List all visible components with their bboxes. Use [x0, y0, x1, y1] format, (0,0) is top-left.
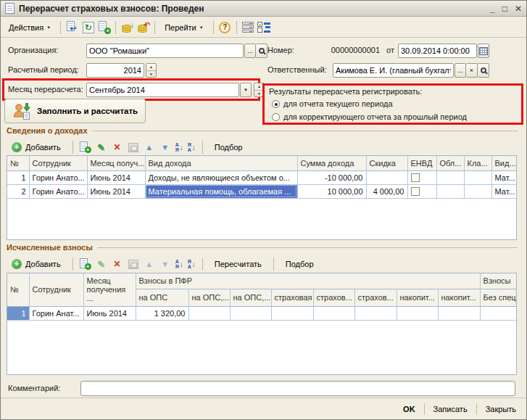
organization-select-button[interactable]: ...: [244, 44, 256, 58]
register-label: Результаты перерасчета регистрировать:: [269, 87, 422, 96]
comment-field: [80, 381, 515, 396]
actions-label: Действия: [9, 23, 43, 32]
period-input[interactable]: [86, 63, 144, 78]
details-settings-icon[interactable]: ✓: [257, 20, 271, 34]
selected-row-number: 1: [7, 306, 29, 320]
organization-label: Организация:: [8, 46, 58, 54]
minimize-button[interactable]: _: [490, 4, 495, 14]
date-field: [398, 44, 489, 58]
footer-separator: [424, 403, 425, 415]
contributions-add-button[interactable]: + Добавить: [7, 256, 66, 272]
contributions-header-group-row[interactable]: № Сотрудник Месяц получения ... Взносы в…: [7, 273, 517, 289]
contributions-toolbar: + Добавить + ✎ ✕ ▲ ▼ АЯ ↓ ЯА ↓ Пересчита…: [7, 256, 319, 272]
contributions-sort-desc-icon[interactable]: ЯА ↓: [188, 259, 196, 269]
save-button[interactable]: Записать: [431, 403, 470, 415]
contributions-section-title: Исчисленные взносы: [7, 243, 518, 252]
radio-correction-period-label: для корректирующего отчета за прошлый пе…: [283, 112, 467, 121]
footer-separator: [476, 403, 477, 415]
income-move-up-icon[interactable]: ▲: [144, 141, 155, 153]
income-delete-icon[interactable]: ✕: [112, 141, 123, 153]
income-pick-button[interactable]: Подбор: [209, 139, 248, 155]
recalc-month-label: Месяц перерасчета:: [8, 85, 83, 94]
copy-document-icon[interactable]: +: [97, 20, 111, 34]
comment-input[interactable]: [80, 381, 515, 396]
window-title: Перерасчет страховых взносов: Проведен: [19, 4, 490, 14]
radio-correction-period[interactable]: [272, 113, 280, 121]
recalc-month-input[interactable]: [86, 83, 239, 97]
close-button[interactable]: ✕: [515, 4, 522, 14]
main-toolbar: Действия ▼ ↩ ↻ + ↓ ↶ Перейти ▼ ?: [1, 17, 526, 38]
contributions-row-1[interactable]: 1 Горин Анат... Июнь 2014 1 320,00: [7, 306, 517, 320]
add-icon: +: [12, 259, 22, 269]
document-movements-icon[interactable]: ↶: [136, 20, 150, 34]
contributions-move-down-icon[interactable]: ▼: [159, 258, 171, 270]
maximize-button[interactable]: □: [502, 4, 507, 14]
income-move-down-icon[interactable]: ▼: [159, 141, 171, 153]
recalc-month-dropdown-button[interactable]: ▼: [240, 83, 252, 97]
radio-current-period[interactable]: [272, 100, 280, 108]
radio-current-period-label: для отчета текущего периода: [283, 99, 393, 108]
income-copy-icon[interactable]: +: [80, 141, 91, 153]
contributions-delete-icon[interactable]: ✕: [112, 258, 123, 270]
contributions-edit-icon[interactable]: ✎: [96, 258, 107, 270]
toolbar-separator: [60, 21, 61, 34]
income-table[interactable]: №Сотрудник Месяц получ...Вид дохода Сумм…: [7, 155, 517, 240]
calendar-button[interactable]: [478, 44, 489, 58]
period-spinner[interactable]: ▲▼: [146, 63, 157, 78]
income-finish-editing-icon[interactable]: [128, 141, 139, 153]
responsible-search-button[interactable]: [478, 63, 489, 78]
contributions-pick-button[interactable]: Подбор: [281, 256, 319, 272]
fill-and-calculate-button[interactable]: Заполнить и рассчитать: [4, 99, 146, 123]
selected-cell: Материальная помощь, облагаемая ...: [145, 184, 297, 198]
toolbar-separator: [213, 21, 214, 34]
goto-label: Перейти: [165, 23, 196, 32]
contributions-move-up-icon[interactable]: ▲: [144, 258, 155, 270]
contributions-finish-editing-icon[interactable]: [128, 258, 139, 270]
ok-button[interactable]: OK: [400, 403, 418, 415]
toolbar-separator: [236, 21, 237, 34]
contributions-recalc-button[interactable]: Пересчитать: [209, 256, 267, 272]
help-icon[interactable]: ?: [218, 20, 232, 34]
toolbar-separator: [154, 21, 155, 34]
comment-label: Комментарий:: [8, 384, 60, 392]
toolbar-separator: [72, 141, 73, 154]
add-icon: +: [12, 142, 22, 152]
contributions-table[interactable]: № Сотрудник Месяц получения ... Взносы в…: [7, 273, 517, 375]
dropdown-arrow-icon: ▼: [199, 25, 204, 30]
income-sort-desc-icon[interactable]: ЯА ↓: [188, 142, 196, 152]
dropdown-arrow-icon: ▼: [46, 25, 51, 30]
organization-search-button[interactable]: [256, 44, 267, 58]
date-input[interactable]: [398, 44, 477, 58]
date-prefix-label: от: [386, 46, 394, 54]
contributions-copy-icon[interactable]: +: [80, 258, 91, 270]
responsible-select-button[interactable]: ...: [455, 63, 466, 78]
responsible-label: Ответственный:: [267, 65, 327, 74]
income-sort-asc-icon[interactable]: АЯ ↓: [175, 142, 183, 152]
envd-checkbox[interactable]: [411, 187, 420, 196]
fill-coins-icon[interactable]: ↓: [120, 20, 134, 34]
income-row-2[interactable]: 2 Горин Анато... Июнь 2014 Материальная …: [7, 184, 517, 198]
close-button-footer[interactable]: Закрыть: [483, 403, 519, 415]
income-edit-icon[interactable]: ✎: [96, 141, 107, 153]
goto-menu-button[interactable]: Перейти ▼: [159, 20, 209, 36]
toolbar-separator: [202, 141, 203, 154]
toolbar-separator: [72, 258, 73, 271]
toolbar-separator: [202, 258, 203, 271]
responsible-clear-button[interactable]: ×: [466, 63, 478, 78]
organization-field: ...: [86, 44, 267, 58]
actions-menu-button[interactable]: Действия ▼: [4, 20, 56, 36]
recalc-month-field: ▼: [86, 83, 252, 97]
income-header-row[interactable]: №Сотрудник Месяц получ...Вид дохода Сумм…: [7, 156, 517, 170]
footer-bar: OK Записать Закрыть: [1, 398, 526, 419]
organization-input[interactable]: [86, 44, 244, 58]
post-document-icon[interactable]: ↻: [81, 20, 95, 34]
list-settings-icon[interactable]: [241, 20, 255, 34]
income-row-1[interactable]: 1 Горин Анато... Июнь 2014 Доходы, не яв…: [7, 170, 517, 184]
toolbar-separator: [115, 21, 116, 34]
reread-document-icon[interactable]: ↩: [65, 20, 79, 34]
envd-checkbox[interactable]: [411, 173, 420, 182]
contributions-sort-asc-icon[interactable]: АЯ ↓: [175, 259, 183, 269]
income-add-label: Добавить: [25, 143, 61, 152]
income-add-button[interactable]: + Добавить: [7, 139, 66, 155]
responsible-input[interactable]: [333, 63, 454, 78]
